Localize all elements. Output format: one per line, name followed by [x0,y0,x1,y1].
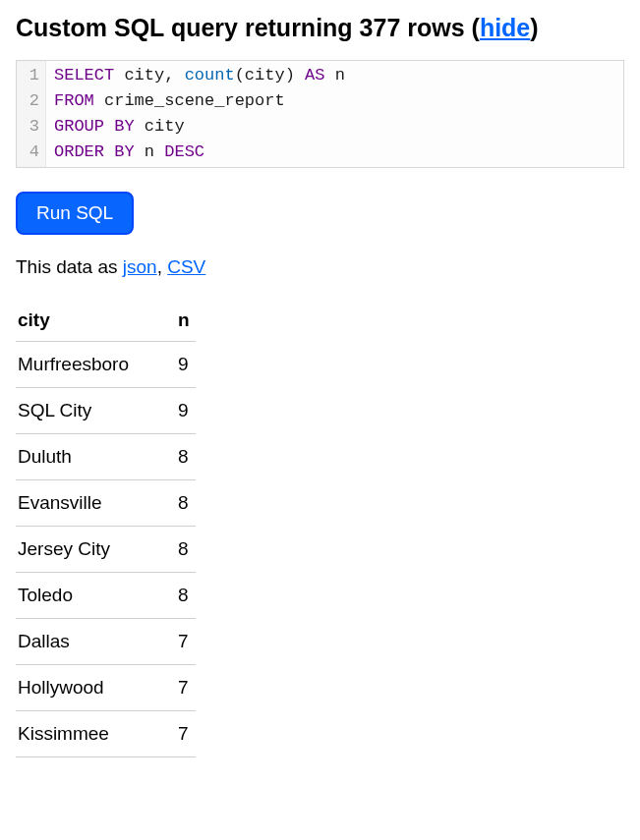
code-line[interactable]: SELECT city, count(city) AS n [54,63,345,88]
table-cell: 9 [176,342,196,388]
sql-editor[interactable]: 1234 SELECT city, count(city) AS nFROM c… [16,60,624,168]
line-number: 2 [27,88,39,114]
table-cell: Hollywood [16,665,176,711]
table-row: Duluth8 [16,434,196,480]
code-line[interactable]: GROUP BY city [54,114,345,140]
table-cell: 9 [176,388,196,434]
export-sep: , [157,256,168,277]
table-cell: 8 [176,434,196,480]
csv-link[interactable]: CSV [167,256,205,277]
column-header: n [176,300,196,342]
table-cell: Dallas [16,619,176,665]
run-sql-button[interactable]: Run SQL [16,192,134,235]
hide-link[interactable]: hide [480,14,530,41]
column-header: city [16,300,176,342]
table-row: Toledo8 [16,573,196,619]
table-row: Hollywood7 [16,665,196,711]
title-end: ) [530,14,538,41]
table-cell: Murfreesboro [16,342,176,388]
table-cell: 7 [176,711,196,757]
title-prefix: Custom SQL query returning [16,14,360,41]
table-cell: Evansville [16,480,176,527]
row-count: 377 [360,14,401,41]
table-cell: Jersey City [16,527,176,573]
export-line: This data as json, CSV [16,256,624,278]
table-cell: 8 [176,573,196,619]
table-row: SQL City9 [16,388,196,434]
sql-code[interactable]: SELECT city, count(city) AS nFROM crime_… [46,61,353,167]
table-row: Dallas7 [16,619,196,665]
json-link[interactable]: json [123,256,157,277]
table-row: Evansville8 [16,480,196,527]
export-prefix: This data as [16,256,123,277]
code-line[interactable]: ORDER BY n DESC [54,140,345,165]
line-number: 4 [27,140,39,165]
table-cell: 8 [176,527,196,573]
line-number: 1 [27,63,39,88]
table-row: Murfreesboro9 [16,342,196,388]
table-cell: Kissimmee [16,711,176,757]
table-cell: SQL City [16,388,176,434]
line-number: 3 [27,114,39,140]
table-cell: 7 [176,665,196,711]
page-title: Custom SQL query returning 377 rows (hid… [16,14,624,42]
table-row: Kissimmee7 [16,711,196,757]
table-cell: Duluth [16,434,176,480]
table-row: Jersey City8 [16,527,196,573]
code-line[interactable]: FROM crime_scene_report [54,88,345,114]
table-cell: 8 [176,480,196,527]
line-number-gutter: 1234 [17,61,46,167]
results-table: cityn Murfreesboro9SQL City9Duluth8Evans… [16,300,196,757]
table-cell: 7 [176,619,196,665]
title-suffix: rows ( [400,14,480,41]
table-cell: Toledo [16,573,176,619]
